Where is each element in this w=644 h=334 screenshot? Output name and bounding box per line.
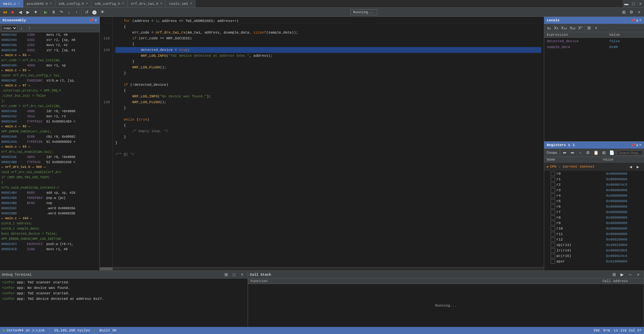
register-row[interactable]: r12 0x00020000: [544, 237, 644, 242]
reg-checkbox[interactable]: [551, 221, 555, 225]
debug-step-over-btn[interactable]: ↷: [58, 9, 65, 16]
reg-checkbox[interactable]: [551, 259, 555, 264]
locals-btn-4[interactable]: X₁₆: [568, 25, 577, 32]
tab-close-icon[interactable]: ×: [50, 2, 52, 5]
reg-checkbox[interactable]: [551, 232, 555, 236]
layout-btn[interactable]: ⊞: [620, 9, 627, 16]
watch-btn[interactable]: 👁: [99, 9, 106, 16]
register-row[interactable]: r8 0x00000000: [544, 215, 644, 220]
reg-btn-4[interactable]: ⚙: [584, 149, 592, 156]
code-lines[interactable]: for (address = 1; address <= TWI_ADDRESS…: [113, 17, 544, 267]
terminal-content[interactable]: <info> app: TWI scanner started. <info> …: [0, 279, 248, 327]
callstack-close-btn[interactable]: ×: [635, 271, 642, 278]
reg-checkbox[interactable]: [551, 199, 555, 203]
groups-btn[interactable]: Groups: [545, 149, 558, 156]
disassembly-function-select[interactable]: main: [1, 25, 17, 31]
list-item[interactable]: detected_device false: [544, 38, 644, 44]
window-minimize-btn[interactable]: ▬: [623, 0, 630, 7]
register-row[interactable]: r3 0x00000000: [544, 187, 644, 193]
terminal-btn-2[interactable]: □: [231, 271, 238, 278]
context-btn-2[interactable]: ▶: [634, 163, 641, 170]
reg-btn-3[interactable]: ↑: [577, 149, 584, 156]
tab-sdk-config-1[interactable]: sdk_config.h ×: [55, 0, 91, 7]
reg-btn-2[interactable]: ➡: [569, 149, 576, 156]
reg-checkbox[interactable]: [551, 188, 555, 192]
register-row[interactable]: r7 0x00000000: [544, 209, 644, 215]
locals-btn-6[interactable]: ⊞: [585, 25, 592, 32]
reg-checkbox[interactable]: [551, 193, 555, 198]
register-row[interactable]: r2 0x000024c5: [544, 182, 644, 187]
terminal-close-btn[interactable]: ×: [239, 271, 246, 278]
tab-pca10040[interactable]: pca10040.h ×: [24, 0, 55, 7]
tab-nrf-drv-twi[interactable]: nrf_drv_twi.h ×: [128, 0, 166, 7]
registers-content[interactable]: ▶ CPU - Current Context ◀ ▶ r0 0x0000000…: [544, 162, 644, 270]
locals-btn-1[interactable]: x₂: [545, 25, 553, 32]
terminal-btn-1[interactable]: ⊞: [223, 271, 230, 278]
reg-btn-5[interactable]: 📋: [592, 149, 600, 156]
reg-checkbox[interactable]: [551, 210, 555, 214]
register-row[interactable]: pc(r15) 0x000024c4: [544, 253, 644, 259]
debug-down-btn[interactable]: ▼: [32, 9, 39, 16]
window-maximize-btn[interactable]: □: [630, 0, 637, 7]
debug-stop-btn[interactable]: ■: [9, 9, 16, 16]
window-close-btn[interactable]: ×: [637, 0, 644, 7]
tab-sdk-config-2[interactable]: sdk_config.h ×: [91, 0, 128, 7]
callstack-btn-2[interactable]: ▶: [619, 271, 626, 278]
tab-close-icon[interactable]: ×: [160, 2, 162, 5]
locals-maximize-btn[interactable]: ⊞: [636, 18, 639, 23]
settings-btn[interactable]: ⚙: [628, 9, 635, 16]
debug-back-btn[interactable]: ◀: [17, 9, 24, 16]
reg-btn-1[interactable]: ⬅: [561, 149, 568, 156]
debug-step-into-btn[interactable]: ↓: [65, 9, 72, 16]
tab-main-c[interactable]: main.c ×: [0, 0, 24, 7]
reg-checkbox[interactable]: [551, 237, 555, 242]
register-row[interactable]: r1 0x00000000: [544, 176, 644, 182]
register-row[interactable]: r6 0x00000000: [544, 204, 644, 209]
reg-checkbox[interactable]: [551, 243, 555, 247]
reg-checkbox[interactable]: [551, 172, 555, 176]
locals-pin-btn[interactable]: 📌: [631, 18, 635, 23]
reg-btn-6[interactable]: ⊞: [600, 149, 607, 156]
list-item[interactable]: sample_data 0x00: [544, 44, 644, 50]
breakpoint-btn[interactable]: ⬤: [91, 9, 98, 16]
dis-btn-2[interactable]: ↑: [26, 25, 33, 32]
disassembly-pin-btn[interactable]: 📌: [89, 18, 94, 23]
reg-checkbox[interactable]: [551, 254, 555, 258]
register-row[interactable]: r10 0x00000000: [544, 226, 644, 231]
callstack-btn-1[interactable]: ⊞: [611, 271, 618, 278]
tab-close-icon[interactable]: ×: [190, 2, 192, 5]
disassembly-close-btn[interactable]: ×: [95, 18, 97, 23]
reg-checkbox[interactable]: [551, 248, 555, 253]
debug-forward-btn[interactable]: ▶: [24, 9, 32, 16]
locals-close-btn[interactable]: ×: [639, 18, 641, 23]
register-group-header[interactable]: ▶ CPU - Current Context ◀ ▶: [544, 162, 644, 171]
locals-btn-5[interactable]: X°: [577, 25, 584, 32]
code-content[interactable]: 118 120 130: [100, 17, 544, 267]
disassembly-content[interactable]: 000024922300movs r3, #0 000024949202str …: [0, 32, 99, 270]
tab-close-icon[interactable]: ×: [122, 2, 124, 5]
register-row[interactable]: r5 0x00000000: [544, 198, 644, 204]
debug-reset-btn[interactable]: ↺: [83, 9, 90, 16]
register-row[interactable]: apsr 0x61000000: [544, 259, 644, 264]
context-btn-1[interactable]: ◀: [627, 163, 634, 170]
debug-step-return-btn[interactable]: ↑: [73, 9, 80, 16]
close-session-btn[interactable]: ×: [636, 9, 643, 16]
dis-btn-1[interactable]: ↓: [18, 25, 25, 32]
reg-btn-7[interactable]: 📄: [608, 149, 616, 156]
registers-maximize-btn[interactable]: ⊞: [636, 143, 639, 147]
tab-close-icon[interactable]: ×: [18, 2, 20, 5]
register-row[interactable]: r11 0x00000000: [544, 231, 644, 237]
registers-search-input[interactable]: [617, 150, 643, 155]
register-row[interactable]: r4 0x00000000: [544, 193, 644, 198]
registers-close-btn[interactable]: ×: [639, 143, 641, 147]
debug-restart-btn[interactable]: ⏮: [1, 9, 8, 16]
reg-checkbox[interactable]: [551, 177, 555, 182]
reg-checkbox[interactable]: [551, 182, 555, 187]
register-row[interactable]: r9 0x00000000: [544, 220, 644, 226]
locals-btn-7[interactable]: ×: [592, 25, 600, 32]
register-row[interactable]: r0 0x00000000: [544, 171, 644, 176]
register-row[interactable]: sp(r13) 0x20010000: [544, 242, 644, 248]
reg-checkbox[interactable]: [551, 215, 555, 220]
locals-btn-3[interactable]: X₁₀: [560, 25, 568, 32]
reg-checkbox[interactable]: [551, 226, 555, 231]
